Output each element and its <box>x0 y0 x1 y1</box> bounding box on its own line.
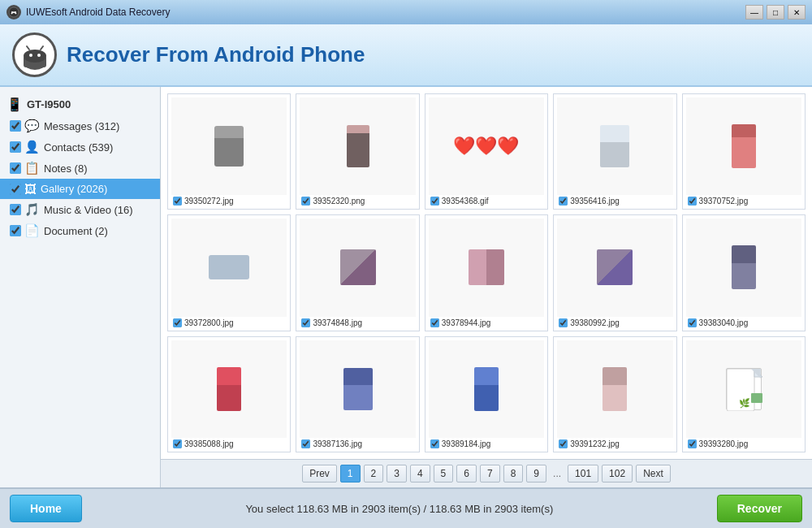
thumb-img-14: 🌿 <box>726 368 762 410</box>
minimize-button[interactable]: — <box>745 5 763 19</box>
item-11-checkbox[interactable] <box>301 439 310 448</box>
sidebar-item-gallery[interactable]: 🖼 Gallery (2026) <box>0 179 160 199</box>
title-bar: IUWEsoft Android Data Recovery — □ ✕ <box>0 0 812 24</box>
document-checkbox[interactable] <box>10 225 21 236</box>
item-9-checkbox[interactable] <box>688 318 697 327</box>
gallery-item-4[interactable]: 39370752.jpg <box>682 93 806 210</box>
gallery-item-11[interactable]: 39387136.jpg <box>296 336 419 452</box>
notes-checkbox[interactable] <box>10 162 21 174</box>
item-10-checkbox[interactable] <box>173 439 182 448</box>
item-4-checkbox[interactable] <box>688 197 697 206</box>
page-3-button[interactable]: 3 <box>387 465 407 483</box>
page-2-button[interactable]: 2 <box>364 465 384 483</box>
home-button[interactable]: Home <box>10 495 82 522</box>
notes-label: Notes (8) <box>44 162 153 175</box>
gallery-label: Gallery (2026) <box>41 183 153 195</box>
svg-point-6 <box>29 54 32 57</box>
item-2-checkbox[interactable] <box>430 197 439 206</box>
filename-2: 39354368.gif <box>429 195 544 206</box>
svg-point-5 <box>24 50 46 63</box>
contacts-icon: 👤 <box>24 140 40 154</box>
gallery-item-12[interactable]: 39389184.jpg <box>425 336 548 452</box>
page-8-button[interactable]: 8 <box>503 465 524 483</box>
gallery-item-5[interactable]: 39372800.jpg <box>167 214 291 331</box>
android-icon <box>12 32 57 77</box>
item-1-checkbox[interactable] <box>301 197 310 206</box>
filename-1: 39352320.png <box>300 195 415 206</box>
recover-button[interactable]: Recover <box>717 495 802 522</box>
thumb-12 <box>429 340 544 438</box>
svg-text:🌿: 🌿 <box>739 397 750 409</box>
page-6-button[interactable]: 6 <box>456 465 477 483</box>
prev-button[interactable]: Prev <box>302 465 337 483</box>
thumb-5 <box>171 219 287 316</box>
close-button[interactable]: ✕ <box>788 5 806 19</box>
sidebar-item-messages[interactable]: 💬 Messages (312) <box>0 115 160 136</box>
page-5-button[interactable]: 5 <box>434 465 454 483</box>
svg-point-7 <box>37 54 41 57</box>
item-0-checkbox[interactable] <box>173 197 182 206</box>
contacts-checkbox[interactable] <box>10 141 21 153</box>
item-3-checkbox[interactable] <box>559 197 568 206</box>
item-14-checkbox[interactable] <box>688 439 697 448</box>
gallery-item-9[interactable]: 39383040.jpg <box>682 214 806 331</box>
messages-checkbox[interactable] <box>10 120 21 132</box>
sidebar-item-notes[interactable]: 📋 Notes (8) <box>0 158 160 179</box>
item-12-checkbox[interactable] <box>430 439 439 448</box>
page-102-button[interactable]: 102 <box>602 465 633 483</box>
filename-14: 39393280.jpg <box>686 438 801 448</box>
filename-3: 39356416.jpg <box>557 195 672 206</box>
thumb-img-5 <box>209 255 249 279</box>
thumb-14: 🌿 <box>686 340 801 438</box>
thumb-7 <box>429 219 544 316</box>
document-icon: 📄 <box>24 223 40 238</box>
item-8-checkbox[interactable] <box>559 318 568 327</box>
page-101-button[interactable]: 101 <box>568 465 598 483</box>
page-4-button[interactable]: 4 <box>410 465 430 483</box>
item-7-checkbox[interactable] <box>430 318 439 327</box>
gallery-item-7[interactable]: 39378944.jpg <box>425 214 548 331</box>
page-7-button[interactable]: 7 <box>480 465 500 483</box>
status-text: You select 118.63 MB in 2903 item(s) / 1… <box>92 503 707 515</box>
item-6-checkbox[interactable] <box>301 318 310 327</box>
messages-icon: 💬 <box>24 119 40 133</box>
gallery-item-13[interactable]: 39391232.jpg <box>553 336 676 452</box>
sidebar-item-contacts[interactable]: 👤 Contacts (539) <box>0 136 160 158</box>
gallery-item-2[interactable]: ❤️❤️❤️ 39354368.gif <box>425 93 548 210</box>
page-1-button[interactable]: 1 <box>340 465 361 483</box>
thumb-img-8 <box>597 249 633 285</box>
svg-line-8 <box>27 46 29 50</box>
gallery-item-3[interactable]: 39356416.jpg <box>553 93 676 210</box>
gallery-item-6[interactable]: 39374848.jpg <box>296 214 419 331</box>
music-label: Music & Video (16) <box>44 204 153 216</box>
gallery-checkbox[interactable] <box>10 184 21 195</box>
filename-13: 39391232.jpg <box>557 438 672 448</box>
gallery-item-1[interactable]: 39352320.png <box>296 93 419 210</box>
filename-8: 39380992.jpg <box>557 317 672 327</box>
svg-line-9 <box>41 46 43 50</box>
gallery-icon: 🖼 <box>24 182 37 196</box>
gallery-item-0[interactable]: 39350272.jpg <box>167 93 291 210</box>
contacts-label: Contacts (539) <box>44 141 153 154</box>
next-button[interactable]: Next <box>636 465 671 483</box>
sidebar-item-document[interactable]: 📄 Document (2) <box>0 220 160 241</box>
page-title: Recover From Android Phone <box>67 42 365 67</box>
notes-icon: 📋 <box>24 161 40 175</box>
thumb-3 <box>557 97 672 195</box>
page-9-button[interactable]: 9 <box>526 465 546 483</box>
messages-label: Messages (312) <box>44 120 153 132</box>
gallery-item-10[interactable]: 39385088.jpg <box>167 336 291 452</box>
item-13-checkbox[interactable] <box>559 439 568 448</box>
maximize-button[interactable]: □ <box>767 5 784 19</box>
gallery-item-8[interactable]: 39380992.jpg <box>553 214 676 331</box>
sidebar-item-music[interactable]: 🎵 Music & Video (16) <box>0 199 160 220</box>
phone-icon: 📱 <box>6 97 23 112</box>
thumb-img-2: ❤️❤️❤️ <box>453 136 519 157</box>
header: Recover From Android Phone <box>0 24 812 87</box>
filename-6: 39374848.jpg <box>300 317 415 327</box>
gallery-item-14[interactable]: 🌿 39393280.jpg <box>682 336 806 452</box>
thumb-10 <box>171 340 287 438</box>
music-checkbox[interactable] <box>10 204 21 215</box>
item-5-checkbox[interactable] <box>173 318 182 327</box>
pagination-bar: Prev 1 2 3 4 5 6 7 8 9 ... 101 102 Next <box>161 459 812 487</box>
